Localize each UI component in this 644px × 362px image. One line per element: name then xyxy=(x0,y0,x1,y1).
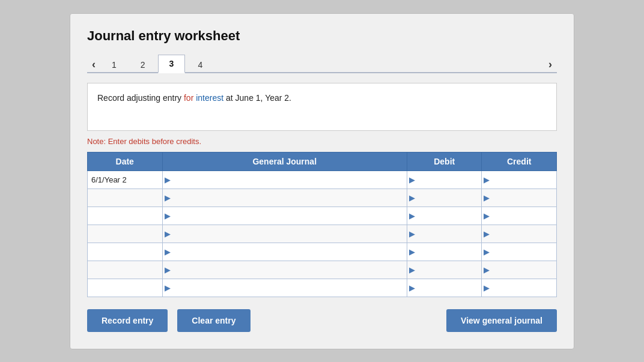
debit-cell-0[interactable]: ▶ xyxy=(407,170,482,189)
gj-arrow-icon-3: ▶ xyxy=(163,229,172,238)
instruction-for: for xyxy=(184,93,193,103)
credit-cell-4[interactable]: ▶ xyxy=(482,243,557,261)
gj-arrow-icon-1: ▶ xyxy=(163,193,172,202)
tabs-row: ‹ 1 2 3 4 › xyxy=(87,53,557,73)
buttons-row: Record entry Clear entry View general jo… xyxy=(87,309,557,332)
col-header-debit: Debit xyxy=(407,152,482,170)
table-row: ▶▶▶ xyxy=(88,261,557,279)
date-cell-6 xyxy=(88,279,163,297)
view-general-journal-button[interactable]: View general journal xyxy=(446,309,557,332)
debit-input-3[interactable] xyxy=(417,225,482,243)
prev-arrow[interactable]: ‹ xyxy=(87,56,100,72)
record-entry-button[interactable]: Record entry xyxy=(87,309,168,332)
debit-input-2[interactable] xyxy=(417,207,482,225)
debit-input-6[interactable] xyxy=(417,279,482,297)
debit-arrow-icon-5: ▶ xyxy=(407,265,417,274)
date-cell-5 xyxy=(88,261,163,279)
credit-cell-6[interactable]: ▶ xyxy=(482,279,557,297)
gj-input-3[interactable] xyxy=(172,225,407,243)
debit-input-0[interactable] xyxy=(417,171,482,189)
gj-arrow-icon-4: ▶ xyxy=(163,247,172,256)
gj-cell-2[interactable]: ▶ xyxy=(162,207,407,225)
clear-entry-button[interactable]: Clear entry xyxy=(177,309,250,332)
gj-cell-0[interactable]: ▶ xyxy=(162,170,407,189)
debit-cell-1[interactable]: ▶ xyxy=(407,189,482,207)
table-row: ▶▶▶ xyxy=(88,243,557,261)
gj-input-5[interactable] xyxy=(172,261,407,279)
gj-cell-3[interactable]: ▶ xyxy=(162,225,407,243)
credit-cell-1[interactable]: ▶ xyxy=(482,189,557,207)
credit-input-5[interactable] xyxy=(491,261,556,279)
gj-input-2[interactable] xyxy=(172,207,407,225)
gj-cell-6[interactable]: ▶ xyxy=(162,279,407,297)
instruction-box: Record adjusting entry for interest at J… xyxy=(87,83,557,131)
credit-input-0[interactable] xyxy=(491,171,556,189)
credit-arrow-icon-1: ▶ xyxy=(482,193,491,202)
table-row: ▶▶▶ xyxy=(88,279,557,297)
credit-arrow-icon-2: ▶ xyxy=(482,211,491,220)
gj-arrow-icon-5: ▶ xyxy=(163,265,172,274)
table-row: 6/1/Year 2▶▶▶ xyxy=(88,170,557,189)
debit-cell-5[interactable]: ▶ xyxy=(407,261,482,279)
debit-input-4[interactable] xyxy=(417,243,482,261)
credit-arrow-icon-6: ▶ xyxy=(482,283,491,292)
tab-3[interactable]: 3 xyxy=(158,55,186,73)
credit-input-4[interactable] xyxy=(491,243,556,261)
next-arrow[interactable]: › xyxy=(544,56,557,72)
debit-cell-4[interactable]: ▶ xyxy=(407,243,482,261)
debit-input-5[interactable] xyxy=(417,261,482,279)
credit-cell-5[interactable]: ▶ xyxy=(482,261,557,279)
table-row: ▶▶▶ xyxy=(88,207,557,225)
col-header-gj: General Journal xyxy=(162,152,407,170)
tab-2[interactable]: 2 xyxy=(129,56,157,73)
credit-input-1[interactable] xyxy=(491,189,556,207)
gj-input-1[interactable] xyxy=(172,189,407,207)
date-cell-2 xyxy=(88,207,163,225)
table-row: ▶▶▶ xyxy=(88,189,557,207)
instruction-interest: interest xyxy=(196,93,223,103)
credit-arrow-icon-5: ▶ xyxy=(482,265,491,274)
instruction-suffix: at June 1, Year 2. xyxy=(223,93,291,103)
gj-cell-1[interactable]: ▶ xyxy=(162,189,407,207)
gj-input-0[interactable] xyxy=(172,171,407,189)
page-title: Journal entry worksheet xyxy=(87,28,557,44)
date-cell-4 xyxy=(88,243,163,261)
instruction-prefix: Record adjusting entry xyxy=(97,93,184,103)
debit-arrow-icon-1: ▶ xyxy=(407,193,417,202)
credit-input-6[interactable] xyxy=(491,279,556,297)
gj-arrow-icon-0: ▶ xyxy=(163,175,172,184)
gj-arrow-icon-6: ▶ xyxy=(163,283,172,292)
note-text: Note: Enter debits before credits. xyxy=(87,137,557,146)
gj-input-6[interactable] xyxy=(172,279,407,297)
gj-arrow-icon-2: ▶ xyxy=(163,211,172,220)
debit-arrow-icon-4: ▶ xyxy=(407,247,417,256)
journal-entry-worksheet: Journal entry worksheet ‹ 1 2 3 4 › Reco… xyxy=(70,13,574,349)
debit-cell-6[interactable]: ▶ xyxy=(407,279,482,297)
gj-input-4[interactable] xyxy=(172,243,407,261)
journal-table: Date General Journal Debit Credit 6/1/Ye… xyxy=(87,152,557,297)
gj-cell-5[interactable]: ▶ xyxy=(162,261,407,279)
debit-cell-2[interactable]: ▶ xyxy=(407,207,482,225)
date-cell-1 xyxy=(88,189,163,207)
tab-1[interactable]: 1 xyxy=(100,56,128,73)
credit-cell-0[interactable]: ▶ xyxy=(482,170,557,189)
debit-arrow-icon-2: ▶ xyxy=(407,211,417,220)
credit-arrow-icon-4: ▶ xyxy=(482,247,491,256)
credit-input-2[interactable] xyxy=(491,207,556,225)
gj-cell-4[interactable]: ▶ xyxy=(162,243,407,261)
debit-arrow-icon-0: ▶ xyxy=(407,175,417,184)
credit-input-3[interactable] xyxy=(491,225,556,243)
credit-arrow-icon-3: ▶ xyxy=(482,229,491,238)
debit-arrow-icon-3: ▶ xyxy=(407,229,417,238)
debit-arrow-icon-6: ▶ xyxy=(407,283,417,292)
debit-input-1[interactable] xyxy=(417,189,482,207)
credit-arrow-icon-0: ▶ xyxy=(482,175,491,184)
col-header-credit: Credit xyxy=(482,152,557,170)
date-cell-0: 6/1/Year 2 xyxy=(88,170,163,189)
credit-cell-3[interactable]: ▶ xyxy=(482,225,557,243)
debit-cell-3[interactable]: ▶ xyxy=(407,225,482,243)
tab-4[interactable]: 4 xyxy=(186,56,214,73)
date-cell-3 xyxy=(88,225,163,243)
credit-cell-2[interactable]: ▶ xyxy=(482,207,557,225)
col-header-date: Date xyxy=(88,152,163,170)
